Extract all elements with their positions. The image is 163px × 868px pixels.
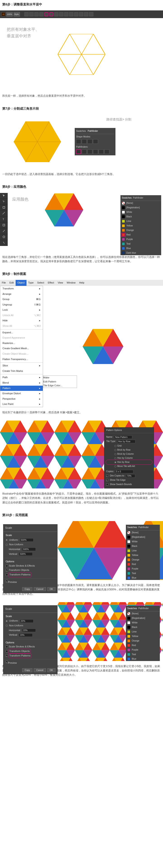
- swatch-row[interactable]: Blue: [126, 576, 160, 580]
- align-vcenter-icon[interactable]: [44, 12, 48, 16]
- tiletype-option[interactable]: Hex by Row: [106, 460, 152, 464]
- uniform-input[interactable]: [20, 538, 33, 542]
- tool-icon[interactable]: [0, 222, 8, 228]
- swatch-row[interactable]: Red: [121, 232, 161, 237]
- tool-icon[interactable]: [0, 228, 8, 234]
- pf-btn[interactable]: [87, 139, 92, 144]
- radio-icon[interactable]: [6, 539, 8, 541]
- dim-input[interactable]: [126, 474, 135, 477]
- style-select[interactable]: Style:: [13, 12, 20, 17]
- tool-icon[interactable]: [0, 240, 8, 246]
- pf-btn[interactable]: [87, 150, 92, 154]
- copy-button[interactable]: Copy: [22, 668, 32, 672]
- align-icon[interactable]: [84, 12, 88, 16]
- align-hcenter-icon[interactable]: [50, 12, 54, 16]
- menu-item[interactable]: Envelope Distort▸: [0, 391, 43, 396]
- menu-item[interactable]: Group⌘G: [0, 297, 43, 302]
- swatch-row[interactable]: [None]: [126, 530, 160, 535]
- tiletype-select[interactable]: [117, 440, 135, 443]
- swatch-row[interactable]: [Registration]: [126, 616, 160, 620]
- swatch-row[interactable]: [Registration]: [126, 535, 160, 539]
- swatch-row[interactable]: Red: [126, 643, 160, 648]
- menu-item[interactable]: Ungroup⇧⌘G: [0, 302, 43, 308]
- align-icon[interactable]: [79, 12, 83, 16]
- vert-input[interactable]: [19, 633, 33, 637]
- menu-help[interactable]: Help: [77, 280, 86, 286]
- tab-swatches[interactable]: Swatches: [127, 607, 137, 610]
- pf-btn[interactable]: [93, 139, 98, 144]
- menu-item[interactable]: Create Trim Marks: [0, 368, 43, 374]
- swatch-row[interactable]: White: [126, 620, 160, 625]
- radio-icon[interactable]: [6, 620, 8, 622]
- checkbox-icon[interactable]: [6, 646, 8, 648]
- menu-item[interactable]: Perspective▸: [0, 396, 43, 402]
- menu-item[interactable]: Arrange▸: [0, 291, 43, 297]
- align-icon[interactable]: [74, 12, 78, 16]
- tool-icon[interactable]: [0, 205, 8, 211]
- menu-object[interactable]: Object: [15, 280, 27, 286]
- tiletype-option[interactable]: Hex by Column: [106, 456, 152, 460]
- checkbox-icon[interactable]: [106, 483, 108, 486]
- tool-icon[interactable]: [0, 199, 8, 205]
- tiletype-option[interactable]: Move Tile with Art: [106, 464, 152, 468]
- menu-window[interactable]: Window: [65, 280, 77, 286]
- ok-button[interactable]: OK: [47, 668, 56, 672]
- tiletype-option[interactable]: Grid: [106, 444, 152, 448]
- swatch-row[interactable]: Blue: [126, 657, 160, 661]
- menu-item[interactable]: Expand...: [0, 330, 43, 335]
- swatch-row[interactable]: Yellow: [126, 634, 160, 639]
- swatch-row[interactable]: Yellow: [126, 553, 160, 558]
- menu-item[interactable]: Hide▸: [0, 318, 43, 323]
- tool-icon[interactable]: [0, 234, 8, 240]
- swatch-row[interactable]: Blue: [121, 246, 161, 251]
- swatch-row[interactable]: Orange: [126, 639, 160, 643]
- submenu-item[interactable]: Tile Edge Color...: [43, 383, 77, 388]
- menu-edit[interactable]: Edit: [8, 280, 15, 286]
- checkbox-icon[interactable]: [6, 650, 8, 652]
- tab-swatches[interactable]: Swatches: [122, 196, 132, 200]
- pf-btn[interactable]: [99, 150, 104, 154]
- swatch-row[interactable]: Teal: [126, 571, 160, 576]
- uniform-input[interactable]: [20, 619, 33, 623]
- swatch-row[interactable]: [Registration]: [121, 206, 161, 210]
- align-icon[interactable]: [59, 12, 63, 16]
- align-icon[interactable]: [25, 12, 29, 16]
- swatch-row[interactable]: Black: [121, 214, 161, 219]
- menu-item[interactable]: Lock▸: [0, 307, 43, 313]
- radio-icon[interactable]: [6, 625, 8, 627]
- swatch-row[interactable]: [None]: [126, 612, 160, 616]
- menu-item[interactable]: Live Paint▸: [0, 402, 43, 407]
- copies-select[interactable]: [115, 470, 133, 473]
- pf-btn[interactable]: [93, 150, 98, 154]
- swatch-row[interactable]: White: [121, 210, 161, 214]
- tab-pathfinder[interactable]: Pathfinder: [88, 129, 98, 133]
- swatch-row[interactable]: Purple: [126, 648, 160, 652]
- checkbox-icon[interactable]: [6, 580, 8, 582]
- submenu-item[interactable]: Make: [43, 376, 77, 380]
- swatch-row[interactable]: Black: [126, 544, 160, 549]
- pf-btn[interactable]: [104, 150, 109, 154]
- swatch-row[interactable]: Teal: [121, 242, 161, 246]
- pf-btn[interactable]: [82, 139, 87, 144]
- tiletype-option[interactable]: Brick by Column: [106, 452, 152, 456]
- menu-file[interactable]: File: [0, 280, 8, 286]
- align-icon[interactable]: [39, 12, 43, 16]
- swatch-row[interactable]: Black: [126, 625, 160, 629]
- menu-effect[interactable]: Effect: [46, 280, 56, 286]
- align-icon[interactable]: [89, 12, 93, 16]
- align-icon[interactable]: [69, 12, 73, 16]
- copy-button[interactable]: Copy: [22, 587, 32, 591]
- menu-select[interactable]: Select: [35, 280, 46, 286]
- tab-pathfinder[interactable]: Pathfinder: [133, 196, 143, 200]
- tab-swatches[interactable]: Swatches: [127, 526, 137, 529]
- ok-button[interactable]: OK: [47, 587, 56, 591]
- radio-icon[interactable]: [6, 544, 8, 546]
- swatch-row[interactable]: Lime: [126, 549, 160, 553]
- menu-type[interactable]: Type: [27, 280, 36, 286]
- zoom-select[interactable]: 100%: [6, 12, 13, 17]
- tool-icon[interactable]: [0, 193, 8, 199]
- tab-pathfinder[interactable]: Pathfinder: [138, 607, 149, 610]
- menu-item[interactable]: Rasterize...: [0, 341, 43, 346]
- divide-button[interactable]: [76, 150, 81, 154]
- swatch-row[interactable]: Yellow: [121, 223, 161, 228]
